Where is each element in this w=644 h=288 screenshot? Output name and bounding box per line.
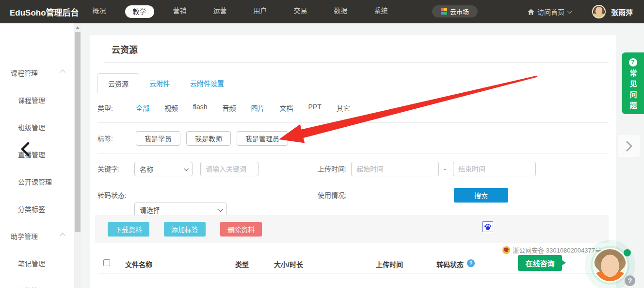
start-time-input[interactable] xyxy=(351,162,439,176)
main-panel: 云资源 云资源 云附件 云附件设置 类型: 全部 视频 flash 音频 图片 … xyxy=(90,35,616,288)
customer-service-avatar[interactable] xyxy=(593,248,628,283)
question-circle-icon: ? xyxy=(629,58,637,67)
tab-bar: 云资源 云附件 云附件设置 xyxy=(97,73,609,93)
chevron-right-icon xyxy=(625,141,633,152)
nav-item-overview[interactable]: 概况 xyxy=(85,5,114,18)
col-header-size-duration: 大小/时长 xyxy=(274,259,303,269)
usage-label: 使用情况: xyxy=(318,188,347,203)
cloud-market-button[interactable]: 云市场 xyxy=(432,5,478,17)
type-filter-row: 类型: 全部 视频 flash 音频 图片 文档 PPT 其它 xyxy=(97,93,609,123)
chevron-up-icon xyxy=(60,233,65,238)
select-caret-icon xyxy=(184,166,189,171)
add-tag-button[interactable]: 添加标签 xyxy=(164,222,206,237)
scroll-up-arrow-icon[interactable] xyxy=(76,26,80,29)
type-options: 全部 视频 flash 音频 图片 文档 PPT 其它 xyxy=(136,103,350,113)
nav-item-system[interactable]: 系统 xyxy=(367,5,396,18)
grid-icon xyxy=(441,8,447,15)
online-consult-button[interactable]: 在线咨询 xyxy=(518,255,562,271)
app-logo: EduSoho管理后台 xyxy=(10,6,79,18)
search-button[interactable]: 搜索 xyxy=(454,188,508,203)
upload-time-label: 上传时间: xyxy=(318,162,347,176)
keyword-label: 关键字: xyxy=(97,162,120,176)
type-option-video[interactable]: 视频 xyxy=(164,103,178,113)
col-header-filename: 文件名称 xyxy=(125,259,152,269)
user-avatar[interactable] xyxy=(592,5,606,18)
keyword-input[interactable] xyxy=(200,162,258,176)
police-badge-icon xyxy=(502,246,510,254)
sidebar-item-class-management[interactable]: 班级管理 xyxy=(18,122,45,132)
faq-label: 常见问题 xyxy=(628,69,638,112)
nav-item-operation[interactable]: 运营 xyxy=(206,5,235,18)
action-strip: 下载资料 添加标签 删除资料 xyxy=(95,215,609,243)
nav-item-trade[interactable]: 交易 xyxy=(286,5,315,18)
beian-link[interactable]: 浙公网安备 33010802004377号 xyxy=(502,245,601,254)
visit-homepage-link[interactable]: 访问首页 xyxy=(528,0,571,23)
help-bubble-button[interactable]: ? xyxy=(625,275,635,286)
sidebar-group-study-support[interactable]: 助学管理 xyxy=(11,231,38,241)
nav-item-users[interactable]: 用户 xyxy=(246,5,275,18)
sidebar-item-note-management[interactable]: 笔记管理 xyxy=(18,258,45,268)
top-nav-bar: EduSoho管理后台 概况 教学 营销 运营 用户 交易 数据 系统 云市场 … xyxy=(0,0,644,23)
tab-cloud-resources[interactable]: 云资源 xyxy=(97,73,139,93)
panel-expand-button[interactable] xyxy=(618,135,640,157)
tab-cloud-attachments[interactable]: 云附件 xyxy=(139,73,180,93)
col-header-upload-time: 上传时间 xyxy=(376,259,403,269)
nav-item-data[interactable]: 数据 xyxy=(326,5,355,18)
online-consult-label: 在线咨询 xyxy=(525,258,554,268)
nav-item-teaching[interactable]: 教学 xyxy=(125,5,154,18)
type-option-image[interactable]: 图片 xyxy=(251,103,265,113)
end-time-input[interactable] xyxy=(453,162,536,176)
sidebar-group-label: 助学管理 xyxy=(11,233,38,240)
keyword-field-select[interactable]: 名称 xyxy=(134,162,193,176)
cloud-market-label: 云市场 xyxy=(450,7,469,16)
tag-filter-label: 标签: xyxy=(97,134,136,143)
online-status-dot xyxy=(624,249,631,256)
col-header-transcode-status: 转码状态 xyxy=(436,259,464,269)
select-caret-icon xyxy=(218,207,223,212)
sidebar-group-label: 课程管理 xyxy=(11,69,38,77)
type-option-other[interactable]: 其它 xyxy=(337,103,350,113)
type-option-all[interactable]: 全部 xyxy=(136,103,149,113)
tag-buttons: 我是学员 我是教师 我是管理员 xyxy=(136,131,288,146)
col-header-type: 类型 xyxy=(235,259,249,269)
transcode-status-label: 转码状态: xyxy=(97,188,127,203)
type-option-flash[interactable]: flash xyxy=(193,103,208,113)
download-files-button[interactable]: 下载资料 xyxy=(108,222,149,237)
baidu-paw-icon[interactable] xyxy=(483,221,493,232)
home-icon xyxy=(528,9,534,15)
chevron-down-icon xyxy=(567,9,572,14)
sidebar-item-category-tags[interactable]: 分类标签 xyxy=(18,204,45,214)
sidebar: 课程管理 课程管理 班级管理 直播管理 公开课管理 分类标签 助学管理 笔记管理… xyxy=(0,23,74,288)
tag-button-admin[interactable]: 我是管理员 xyxy=(237,131,288,146)
consult-bubble-tail xyxy=(562,260,566,266)
type-filter-label: 类型: xyxy=(97,103,136,113)
sidebar-scrollbar[interactable] xyxy=(74,23,81,288)
user-name[interactable]: 张雨萍 xyxy=(611,0,633,23)
scrollbar-thumb[interactable] xyxy=(75,32,80,232)
type-option-ppt[interactable]: PPT xyxy=(308,103,322,113)
type-option-audio[interactable]: 音频 xyxy=(223,103,236,113)
sidebar-item-course-management[interactable]: 课程管理 xyxy=(18,95,45,105)
select-all-checkbox[interactable] xyxy=(103,259,110,266)
sidebar-item-open-course-management[interactable]: 公开课管理 xyxy=(18,177,52,186)
divider xyxy=(104,62,609,63)
faq-floating-button[interactable]: ? 常见问题 xyxy=(622,52,644,114)
keyword-field-value: 名称 xyxy=(140,164,153,174)
sidebar-group-course-management[interactable]: 课程管理 xyxy=(11,68,38,78)
main-nav: 概况 教学 营销 运营 用户 交易 数据 系统 xyxy=(85,5,407,18)
delete-files-button[interactable]: 删除资料 xyxy=(220,222,262,237)
nav-item-marketing[interactable]: 营销 xyxy=(165,5,194,18)
type-option-document[interactable]: 文档 xyxy=(280,103,293,113)
transcode-status-value: 请选择 xyxy=(140,205,160,215)
tag-button-teacher[interactable]: 我是教师 xyxy=(186,131,231,146)
tag-button-student[interactable]: 我是学员 xyxy=(136,131,180,146)
page-title: 云资源 xyxy=(112,43,138,55)
sidebar-item-qa-management[interactable]: 问答管理 xyxy=(18,286,45,288)
tab-cloud-attachment-settings[interactable]: 云附件设置 xyxy=(180,73,234,93)
chevron-up-icon xyxy=(60,69,65,75)
help-icon[interactable]: ? xyxy=(467,259,475,267)
tag-filter-row: 标签: 我是学员 我是教师 我是管理员 xyxy=(97,123,609,154)
collapse-chevron-icon[interactable] xyxy=(20,142,30,156)
visit-homepage-label: 访问首页 xyxy=(537,7,564,17)
time-range-separator: - xyxy=(444,162,446,176)
